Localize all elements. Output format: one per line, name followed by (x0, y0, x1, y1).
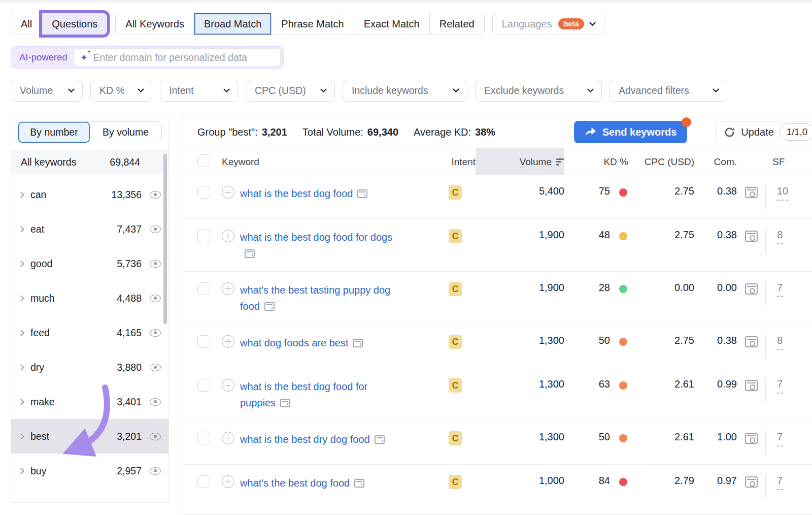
tab-all-keywords[interactable]: All Keywords (116, 13, 194, 35)
group-item-can[interactable]: can13,356 (11, 177, 168, 212)
add-keyword-icon[interactable] (222, 379, 234, 392)
tab-questions[interactable]: Questions (42, 13, 107, 35)
add-keyword-icon[interactable] (222, 335, 234, 348)
group-item-much[interactable]: much4,488 (11, 281, 168, 315)
keyword-link[interactable]: what's the best tasting puppy dog food (240, 284, 390, 312)
serp-preview-icon[interactable] (745, 231, 758, 242)
add-keyword-icon[interactable] (222, 475, 234, 488)
col-keyword[interactable]: Keyword (222, 156, 435, 168)
filter-kd[interactable]: KD % (90, 80, 152, 102)
add-keyword-icon[interactable] (222, 186, 234, 199)
group-item-buy[interactable]: buy2,957 (11, 454, 168, 488)
serp-icon[interactable] (357, 189, 367, 198)
row-checkbox[interactable] (197, 432, 210, 444)
sf-value[interactable]: 10 (776, 185, 789, 201)
serp-icon[interactable] (353, 339, 363, 347)
serp-icon[interactable] (280, 399, 290, 407)
serp-icon[interactable] (375, 435, 385, 444)
serp-preview-icon[interactable] (745, 283, 758, 295)
chevron-right-icon[interactable] (18, 261, 24, 267)
eye-icon[interactable] (150, 467, 161, 475)
row-checkbox[interactable] (197, 230, 210, 242)
sf-value[interactable]: 8 (776, 229, 783, 244)
serp-icon[interactable] (264, 302, 275, 311)
group-item-make[interactable]: make3,401 (11, 384, 168, 419)
add-keyword-icon[interactable] (222, 432, 234, 444)
chevron-right-icon[interactable] (18, 330, 24, 336)
sf-value[interactable]: 7 (776, 282, 783, 297)
eye-icon[interactable] (150, 364, 161, 371)
row-checkbox[interactable] (197, 335, 210, 348)
by-volume-toggle[interactable]: By volume (90, 122, 161, 143)
eye-icon[interactable] (150, 260, 161, 268)
domain-input[interactable] (93, 52, 274, 63)
col-cpc[interactable]: CPC (USD) (628, 156, 694, 168)
languages-dropdown[interactable]: Languages beta (492, 13, 605, 35)
eye-icon[interactable] (150, 433, 161, 440)
serp-icon[interactable] (354, 479, 364, 488)
chevron-right-icon[interactable] (18, 433, 24, 440)
serp-preview-icon[interactable] (745, 380, 758, 391)
serp-preview-icon[interactable] (745, 336, 758, 347)
chevron-right-icon[interactable] (18, 468, 24, 474)
group-item-best[interactable]: best3,201 (11, 419, 168, 454)
serp-preview-icon[interactable] (745, 433, 758, 444)
filter-include-keywords[interactable]: Include keywords (343, 80, 467, 102)
send-keywords-button[interactable]: Send keywords (574, 121, 688, 143)
chevron-right-icon[interactable] (18, 226, 24, 233)
eye-icon[interactable] (150, 295, 161, 302)
chevron-right-icon[interactable] (18, 364, 24, 371)
row-checkbox[interactable] (197, 475, 210, 488)
keyword-link[interactable]: what is the best dog food for dogs (240, 232, 392, 243)
update-button[interactable]: Update 1/1,0 (716, 121, 812, 143)
filter-exclude-keywords[interactable]: Exclude keywords (475, 80, 602, 102)
serp-preview-icon[interactable] (745, 476, 758, 488)
domain-input-wrap[interactable]: ✦ (74, 48, 281, 67)
group-item-eat[interactable]: eat7,437 (11, 212, 168, 246)
serp-preview-icon[interactable] (745, 187, 758, 198)
sf-value[interactable]: 8 (776, 335, 783, 350)
serp-icon[interactable] (245, 249, 255, 258)
all-keywords-row[interactable]: All keywords 69,844 (11, 150, 168, 174)
eye-icon[interactable] (150, 329, 161, 337)
keyword-link[interactable]: what is the best dog food (240, 188, 353, 199)
col-com[interactable]: Com. (694, 156, 737, 168)
by-number-toggle[interactable]: By number (18, 122, 90, 143)
sidebar-scrollbar[interactable] (163, 154, 167, 324)
filter-volume[interactable]: Volume (11, 80, 83, 102)
group-item-good[interactable]: good5,736 (11, 246, 168, 281)
keyword-link[interactable]: what is the best dog food for puppies (240, 381, 367, 408)
tab-all[interactable]: All (11, 13, 42, 35)
group-item-dry[interactable]: dry3,880 (11, 350, 168, 384)
filter-advanced[interactable]: Advanced filters (610, 80, 727, 102)
eye-icon[interactable] (150, 226, 161, 233)
keyword-link[interactable]: what is the best dry dog food (240, 434, 370, 445)
col-volume[interactable]: Volume (476, 148, 564, 175)
select-all-checkbox[interactable] (197, 154, 210, 167)
group-item-feed[interactable]: feed4,165 (11, 315, 168, 350)
chevron-right-icon[interactable] (18, 295, 24, 302)
tab-related[interactable]: Related (430, 13, 484, 35)
eye-icon[interactable] (150, 398, 161, 406)
filter-intent[interactable]: Intent (160, 80, 238, 102)
sf-value[interactable]: 7 (776, 475, 783, 490)
filter-cpc[interactable]: CPC (USD) (246, 80, 335, 102)
sf-value[interactable]: 7 (776, 431, 783, 446)
keyword-link[interactable]: what dog foods are best (240, 337, 348, 348)
tab-exact-match[interactable]: Exact Match (354, 13, 430, 35)
sf-value[interactable]: 7 (776, 378, 783, 394)
col-intent[interactable]: Intent (435, 156, 476, 168)
col-kd[interactable]: KD % (564, 156, 628, 168)
add-keyword-icon[interactable] (222, 230, 234, 242)
tab-phrase-match[interactable]: Phrase Match (272, 13, 354, 35)
row-checkbox[interactable] (197, 379, 210, 392)
row-checkbox[interactable] (197, 186, 210, 199)
eye-icon[interactable] (150, 191, 161, 199)
col-sf[interactable]: SF (765, 156, 802, 168)
add-keyword-icon[interactable] (222, 282, 234, 295)
chevron-right-icon[interactable] (18, 399, 24, 405)
tab-broad-match[interactable]: Broad Match (194, 13, 272, 35)
row-checkbox[interactable] (197, 282, 210, 295)
keyword-link[interactable]: what's the best dog food (240, 477, 350, 489)
chevron-right-icon[interactable] (18, 191, 24, 198)
